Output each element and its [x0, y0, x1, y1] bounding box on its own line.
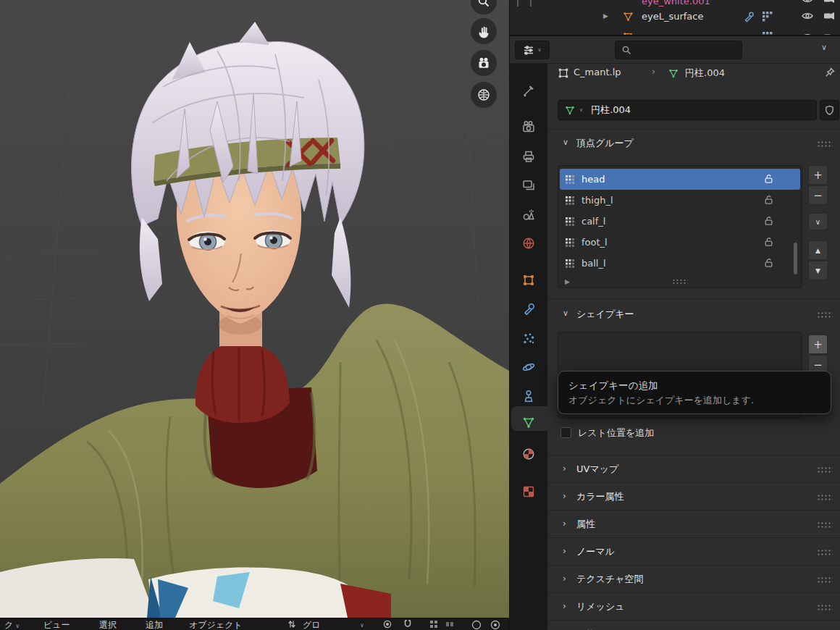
pin-icon[interactable] [824, 67, 836, 78]
tab-particles[interactable] [514, 327, 543, 349]
visibility-eye-icon[interactable] [801, 31, 814, 36]
section-texture-space[interactable]: › テクスチャ空間 [547, 565, 840, 592]
render-camera-icon[interactable] [823, 31, 836, 36]
tab-output[interactable] [514, 146, 543, 167]
menu-object[interactable]: オブジェクト [189, 619, 243, 630]
vertex-group-list[interactable]: head thigh_l calf_l foot_l ball_l [558, 165, 802, 288]
menu-add[interactable]: 追加 [146, 619, 163, 630]
render-camera-icon[interactable] [823, 0, 836, 5]
vertex-group-name: calf_l [581, 216, 605, 227]
physics-orbit-icon [521, 360, 536, 374]
vertex-group-icon [565, 259, 575, 269]
camera-view-gizmo[interactable] [471, 50, 497, 76]
lock-open-icon[interactable] [764, 258, 774, 268]
vertex-data-icon[interactable] [762, 11, 773, 22]
section-attributes[interactable]: › 属性 [547, 510, 840, 537]
vertex-data-icon[interactable] [762, 31, 773, 36]
panel-drag-grip[interactable] [817, 549, 833, 555]
section-normals[interactable]: › ノーマル [547, 537, 840, 565]
editor-type-button[interactable]: ∨ [515, 41, 550, 59]
camera-icon [476, 55, 492, 71]
overlay-squares-icon[interactable] [445, 619, 455, 629]
lock-open-icon[interactable] [764, 195, 774, 205]
outliner-row-main[interactable]: eyeL_surface [642, 11, 703, 22]
menu-select[interactable]: 選択 [99, 619, 117, 630]
shape-keys-panel-header[interactable]: ∨ シェイプキー [547, 303, 840, 326]
pivot-point-icon[interactable] [287, 619, 297, 629]
panel-drag-grip[interactable] [817, 140, 833, 147]
falloff-circle-icon[interactable] [490, 619, 501, 630]
pan-gizmo[interactable] [471, 18, 497, 44]
render-camera-icon[interactable] [823, 10, 836, 22]
vertex-group-row[interactable]: head [560, 169, 800, 190]
search-input[interactable] [615, 41, 742, 59]
breadcrumb-object[interactable]: C_mant.lp [574, 67, 621, 77]
vertex-group-row[interactable]: foot_l [560, 232, 800, 253]
tab-view-layer[interactable] [514, 175, 543, 197]
proportional-circle-icon[interactable] [471, 619, 482, 630]
outliner-row-partial[interactable]: eye_white.001 [642, 0, 710, 7]
list-filter-expander-icon[interactable]: ▶ [565, 278, 570, 285]
section-geometry-data[interactable]: › 形状データ [547, 620, 840, 630]
panel-drag-grip[interactable] [817, 494, 833, 500]
tab-world[interactable] [514, 232, 543, 254]
vertex-group-add-button[interactable]: + [808, 165, 828, 185]
panel-drag-grip[interactable] [817, 576, 833, 583]
panel-drag-grip[interactable] [817, 521, 833, 528]
3d-viewport[interactable] [0, 0, 509, 618]
vertex-group-move-down-button[interactable]: ▼ [808, 261, 828, 280]
list-scrollbar[interactable] [794, 243, 797, 274]
list-resize-grip[interactable] [672, 279, 688, 285]
lock-open-icon[interactable] [764, 237, 774, 247]
orientation-caret[interactable]: ∨ [358, 619, 364, 629]
tab-modifiers[interactable] [514, 298, 543, 320]
vertex-groups-panel-header[interactable]: ∨ 頂点グループ [547, 132, 840, 155]
vertex-group-specials-button[interactable]: ∨ [808, 213, 828, 230]
menu-view[interactable]: ビュー [43, 619, 70, 630]
tab-material[interactable] [514, 443, 543, 465]
datablock-name-value: 円柱.004 [591, 104, 631, 117]
vertex-group-remove-button[interactable]: − [808, 185, 828, 205]
orthographic-gizmo[interactable] [471, 82, 497, 108]
expand-arrow-icon[interactable]: ▶ [603, 12, 608, 20]
snap-magnet-icon[interactable] [403, 619, 413, 629]
tab-texture[interactable] [514, 481, 543, 503]
vertex-group-row[interactable]: ball_l [560, 253, 800, 274]
panel-drag-grip[interactable] [817, 466, 833, 473]
tab-physics[interactable] [514, 356, 543, 378]
tab-tool[interactable] [514, 80, 543, 101]
rest-position-checkbox[interactable] [560, 427, 571, 438]
snap-options-icon[interactable] [429, 619, 439, 629]
tab-object[interactable] [514, 269, 543, 291]
lock-open-icon[interactable] [764, 216, 774, 226]
visibility-eye-icon[interactable] [801, 0, 814, 5]
panel-drag-grip[interactable] [817, 311, 833, 318]
outliner-panel[interactable]: eye_white.001 ▶ eyeL_surface [509, 0, 840, 36]
shape-key-add-button[interactable]: + [808, 335, 828, 354]
proportional-editing-icon[interactable] [382, 619, 392, 629]
vertex-group-move-up-button[interactable]: ▲ [808, 240, 828, 260]
datablock-name-field[interactable]: ∨ 円柱.004 [558, 100, 817, 120]
section-remesh[interactable]: › リメッシュ [547, 592, 840, 620]
panel-drag-grip[interactable] [817, 604, 833, 610]
modifier-wrench-icon[interactable] [743, 11, 755, 22]
section-color-attributes[interactable]: › カラー属性 [547, 482, 840, 510]
shape-key-list[interactable] [558, 332, 802, 419]
section-uv-maps[interactable]: › UVマップ [547, 455, 840, 482]
vertex-group-row[interactable]: calf_l [560, 211, 800, 232]
tab-render[interactable] [514, 116, 543, 138]
mode-dropdown[interactable]: ク∨ [4, 619, 20, 630]
breadcrumb-data[interactable]: 円柱.004 [685, 67, 725, 80]
tab-scene[interactable] [514, 203, 543, 225]
lock-open-icon[interactable] [764, 174, 774, 184]
rest-position-label[interactable]: レスト位置を追加 [578, 427, 654, 440]
tab-constraints[interactable] [514, 385, 543, 407]
tab-object-data[interactable] [514, 411, 543, 433]
visibility-eye-icon[interactable] [801, 10, 814, 22]
orientation-dropdown[interactable]: グロ [303, 619, 321, 630]
section-title: 属性 [576, 518, 595, 531]
shape-key-remove-button[interactable]: − [808, 355, 828, 374]
fake-user-shield-button[interactable] [820, 100, 839, 120]
vertex-group-row[interactable]: thigh_l [560, 190, 800, 211]
header-options-chevron[interactable]: ∨ [821, 43, 827, 52]
